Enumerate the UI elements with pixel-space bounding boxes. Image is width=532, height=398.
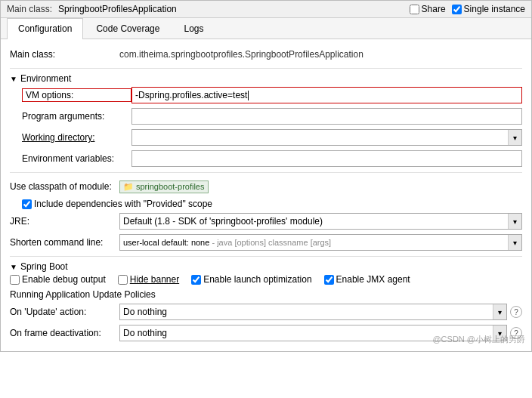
vm-options-row: VM options: -Dspring.profiles.active=tes… (22, 86, 522, 104)
on-update-arrow-icon[interactable]: ▾ (493, 304, 506, 319)
enable-launch-option[interactable]: Enable launch optimization (191, 274, 311, 285)
text-cursor (248, 91, 249, 100)
jre-label: JRE: (10, 216, 119, 227)
enable-jmx-label: Enable JMX agent (336, 274, 410, 285)
working-directory-arrow-icon[interactable]: ▾ (508, 130, 521, 145)
spring-boot-section-header[interactable]: ▼ Spring Boot (10, 261, 522, 272)
hide-banner-label: Hide banner (130, 274, 179, 285)
working-directory-row: Working directory: ▾ (22, 128, 522, 147)
main-class-label: Main class: (10, 49, 119, 60)
share-option[interactable]: Share (410, 4, 446, 14)
tab-code-coverage[interactable]: Code Coverage (85, 18, 171, 39)
environment-section-header[interactable]: ▼ Environment (10, 73, 522, 84)
title-bar: Main class: SpringbootProfilesApplicatio… (1, 1, 531, 18)
classpath-module-box: 📁 springboot-profiles (119, 180, 209, 193)
program-arguments-row: Program arguments: (22, 107, 522, 125)
working-directory-dropdown[interactable]: ▾ (131, 129, 522, 146)
single-instance-checkbox[interactable] (452, 5, 462, 14)
update-policies-title: Running Application Update Policies (10, 289, 522, 300)
enable-jmx-option[interactable]: Enable JMX agent (324, 274, 410, 285)
enable-debug-label: Enable debug output (22, 274, 106, 285)
hide-banner-option[interactable]: Hide banner (118, 274, 179, 285)
spring-boot-options-row: Enable debug output Hide banner Enable l… (10, 274, 522, 285)
config-content: Main class: com.itheima.springbootprofil… (1, 39, 531, 351)
program-arguments-input[interactable] (131, 108, 522, 125)
environment-label: Environment (20, 73, 71, 84)
vm-options-label: VM options: (22, 88, 131, 102)
classpath-value: springboot-profiles (136, 182, 205, 191)
classpath-row: Use classpath of module: 📁 springboot-pr… (10, 177, 522, 196)
include-deps-label: Include dependencies with "Provided" sco… (34, 199, 212, 209)
classpath-label: Use classpath of module: (10, 181, 119, 192)
enable-debug-option[interactable]: Enable debug output (10, 274, 106, 285)
jre-dropdown[interactable]: Default (1.8 - SDK of 'springboot-profil… (119, 213, 522, 230)
shorten-cmd-value: user-local default: none - java [options… (120, 236, 508, 248)
vm-options-value: -Dspring.profiles.active=test (135, 90, 247, 100)
env-variables-input[interactable] (131, 150, 522, 167)
share-checkbox[interactable] (410, 5, 419, 14)
working-directory-label: Working directory: (22, 132, 131, 143)
single-instance-option[interactable]: Single instance (452, 4, 525, 14)
name-label: Main class: (7, 4, 52, 14)
program-arguments-label: Program arguments: (22, 111, 131, 122)
main-class-row: Main class: com.itheima.springbootprofil… (10, 45, 522, 63)
on-frame-label: On frame deactivation: (10, 328, 119, 338)
enable-jmx-checkbox[interactable] (324, 275, 334, 285)
jre-row: JRE: Default (1.8 - SDK of 'springboot-p… (10, 212, 522, 230)
enable-launch-checkbox[interactable] (191, 275, 201, 285)
spring-boot-collapse-icon: ▼ (10, 263, 17, 271)
on-update-dropdown[interactable]: Do nothing ▾ (119, 304, 507, 320)
vm-options-input[interactable]: -Dspring.profiles.active=test (131, 87, 522, 103)
enable-launch-label: Enable launch optimization (203, 274, 311, 285)
on-update-row: On 'Update' action: Do nothing ▾ ? (10, 303, 522, 321)
module-folder-icon: 📁 (123, 182, 134, 192)
spring-boot-section: ▼ Spring Boot Enable debug output Hide b… (10, 261, 522, 342)
shorten-cmd-dropdown[interactable]: user-local default: none - java [options… (119, 234, 522, 251)
jre-arrow-icon[interactable]: ▾ (508, 214, 521, 229)
spring-boot-label: Spring Boot (20, 261, 68, 272)
shorten-cmd-arrow-icon[interactable]: ▾ (508, 235, 521, 250)
jre-value: Default (1.8 - SDK of 'springboot-profil… (120, 214, 508, 228)
include-deps-checkbox[interactable] (22, 199, 32, 209)
hide-banner-checkbox[interactable] (118, 275, 128, 285)
main-class-value: com.itheima.springbootprofiles.Springboo… (119, 49, 522, 60)
on-update-label: On 'Update' action: (10, 307, 119, 317)
env-variables-label: Environment variables: (22, 153, 131, 164)
enable-debug-checkbox[interactable] (10, 275, 20, 285)
on-update-help-icon[interactable]: ? (510, 306, 522, 318)
shorten-cmd-label: Shorten command line: (10, 237, 119, 248)
tab-bar: Configuration Code Coverage Logs (1, 18, 531, 39)
env-variables-row: Environment variables: (22, 150, 522, 168)
single-instance-label: Single instance (464, 4, 525, 14)
share-label: Share (422, 4, 446, 14)
run-config-dialog: Main class: SpringbootProfilesApplicatio… (0, 0, 532, 352)
config-name: SpringbootProfilesApplication (58, 4, 177, 14)
tab-logs[interactable]: Logs (172, 18, 215, 39)
include-deps-row: Include dependencies with "Provided" sco… (22, 199, 522, 209)
working-directory-value (132, 136, 508, 139)
shorten-cmd-row: Shorten command line: user-local default… (10, 233, 522, 251)
tab-configuration[interactable]: Configuration (7, 18, 83, 39)
on-update-value: Do nothing (120, 305, 493, 319)
watermark: @CSDN @小树上的男爵 (432, 334, 525, 345)
environment-collapse-icon: ▼ (10, 75, 17, 83)
title-right-options: Share Single instance (410, 4, 525, 14)
